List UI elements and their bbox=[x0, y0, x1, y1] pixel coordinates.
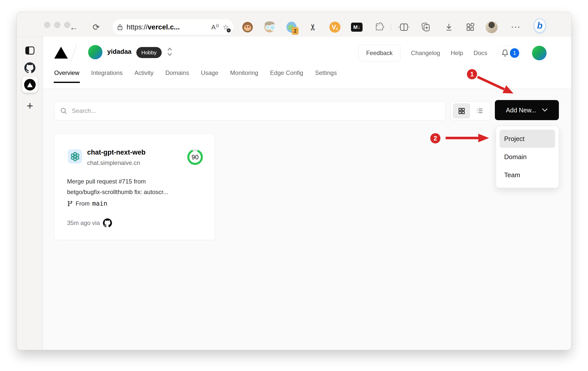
github-icon bbox=[24, 62, 35, 73]
favorite-star-icon[interactable]: ☆+ bbox=[223, 23, 229, 31]
list-view-icon bbox=[476, 107, 483, 115]
dropdown-item-team[interactable]: Team bbox=[500, 166, 555, 184]
dashboard-content: Add New... Project Domain Team bbox=[43, 89, 571, 350]
notifications-button[interactable]: 1 bbox=[498, 45, 521, 61]
back-icon[interactable]: ← bbox=[68, 21, 80, 33]
downloads-icon[interactable] bbox=[443, 21, 455, 33]
project-card[interactable]: chat-gpt-next-web chat.simplenaive.cn 90… bbox=[54, 134, 215, 240]
browser-essentials-icon[interactable] bbox=[464, 21, 476, 33]
vercel-icon bbox=[24, 79, 36, 90]
traffic-light-minimize[interactable] bbox=[54, 22, 60, 28]
branch-row: From main bbox=[67, 200, 107, 207]
tab-overview[interactable]: Overview bbox=[54, 69, 79, 83]
nav-tabs: Overview Integrations Activity Domains U… bbox=[54, 69, 337, 83]
help-link[interactable]: Help bbox=[451, 50, 463, 57]
annotation-step-1: 1 bbox=[467, 69, 477, 79]
project-name[interactable]: chat-gpt-next-web bbox=[87, 149, 146, 156]
plan-badge: Hobby bbox=[136, 47, 162, 58]
lock-icon bbox=[117, 24, 123, 30]
sidebar-panel-toggle[interactable] bbox=[17, 47, 43, 55]
add-new-button[interactable]: Add New... bbox=[495, 100, 559, 120]
git-branch-icon bbox=[67, 201, 73, 207]
profile-avatar[interactable] bbox=[486, 21, 498, 33]
view-toggle bbox=[451, 101, 490, 120]
toolbar-divider bbox=[391, 23, 391, 31]
extensions-puzzle-icon[interactable] bbox=[373, 21, 385, 33]
branch-name: main bbox=[92, 200, 107, 207]
github-icon bbox=[103, 218, 112, 227]
extension-badge: 2 bbox=[292, 27, 299, 35]
sidebar-item-github[interactable] bbox=[17, 62, 43, 73]
openai-icon bbox=[70, 151, 80, 162]
commit-message: Merge pull request #715 from betgo/bugfi… bbox=[67, 176, 208, 197]
tab-settings[interactable]: Settings bbox=[315, 69, 337, 83]
team-name[interactable]: yidadaa bbox=[107, 48, 132, 56]
vercel-logo-icon[interactable] bbox=[54, 47, 68, 59]
tab-usage[interactable]: Usage bbox=[201, 69, 218, 83]
sidebar-item-vercel-active[interactable] bbox=[17, 77, 43, 93]
team-switcher-icon[interactable] bbox=[167, 47, 172, 57]
tampermonkey-extension-icon[interactable] bbox=[242, 21, 254, 33]
panel-icon bbox=[25, 47, 34, 55]
collections-icon[interactable] bbox=[420, 21, 432, 33]
docs-link[interactable]: Docs bbox=[474, 50, 487, 57]
score-ring: 90 bbox=[187, 149, 203, 165]
search-input[interactable] bbox=[72, 107, 440, 114]
browser-sidebar: + bbox=[17, 37, 43, 350]
list-view-button[interactable] bbox=[471, 103, 488, 118]
project-domain[interactable]: chat.simplenaive.cn bbox=[87, 159, 140, 166]
tab-activity[interactable]: Activity bbox=[134, 69, 153, 83]
project-favicon bbox=[68, 149, 82, 164]
feedback-button[interactable]: Feedback bbox=[358, 45, 400, 61]
tab-monitoring[interactable]: Monitoring bbox=[230, 69, 258, 83]
scissors-extension-icon[interactable]: ✂ bbox=[307, 21, 319, 33]
annotation-step-2: 2 bbox=[430, 133, 440, 143]
v2ex-extension-icon[interactable]: Vc bbox=[329, 21, 341, 33]
dropdown-item-domain[interactable]: Domain bbox=[500, 148, 555, 166]
grid-view-button[interactable] bbox=[453, 103, 470, 118]
dropdown-item-project[interactable]: Project bbox=[500, 130, 555, 148]
breadcrumb-slash bbox=[70, 44, 77, 62]
tab-domains[interactable]: Domains bbox=[165, 69, 189, 83]
bell-icon bbox=[501, 49, 509, 57]
vercel-page: yidadaa Hobby Feedback Changelog Help Do… bbox=[43, 37, 571, 350]
split-screen-icon[interactable] bbox=[398, 21, 410, 33]
search-bar[interactable] bbox=[54, 101, 445, 120]
changelog-link[interactable]: Changelog bbox=[411, 50, 440, 57]
traffic-light-close[interactable] bbox=[44, 22, 50, 28]
score-value: 90 bbox=[189, 151, 201, 163]
notification-count-badge: 1 bbox=[510, 48, 519, 58]
more-menu-icon[interactable]: ··· bbox=[510, 21, 522, 33]
user-avatar[interactable] bbox=[532, 46, 547, 60]
sidebar-add-button[interactable]: + bbox=[17, 100, 43, 111]
markdown-extension-icon[interactable]: M↓ bbox=[351, 21, 363, 33]
bing-chat-icon[interactable]: b bbox=[534, 20, 546, 32]
address-bar[interactable]: https://vercel.c... A ☆+ bbox=[112, 19, 233, 35]
tab-integrations[interactable]: Integrations bbox=[91, 69, 123, 83]
orb-extension-icon[interactable]: 2 bbox=[285, 21, 298, 33]
add-new-dropdown: Project Domain Team bbox=[496, 126, 559, 188]
chevron-down-icon bbox=[542, 108, 548, 112]
avatar-extension-icon[interactable] bbox=[264, 21, 276, 33]
vercel-header: yidadaa Hobby Feedback Changelog Help Do… bbox=[43, 37, 571, 89]
search-icon bbox=[60, 107, 67, 115]
deployment-meta: 35m ago via bbox=[67, 218, 112, 227]
grid-view-icon bbox=[458, 107, 465, 115]
reader-mode-icon[interactable]: A bbox=[211, 23, 219, 31]
browser-window: ← ⟳ https://vercel.c... A ☆+ 2 ✂ Vc M↓ bbox=[17, 12, 571, 350]
browser-toolbar: ← ⟳ https://vercel.c... A ☆+ 2 ✂ Vc M↓ bbox=[17, 12, 571, 37]
url-text: https://vercel.c... bbox=[127, 23, 180, 31]
team-avatar[interactable] bbox=[88, 45, 102, 59]
refresh-icon[interactable]: ⟳ bbox=[90, 21, 102, 33]
tab-edge-config[interactable]: Edge Config bbox=[270, 69, 303, 83]
